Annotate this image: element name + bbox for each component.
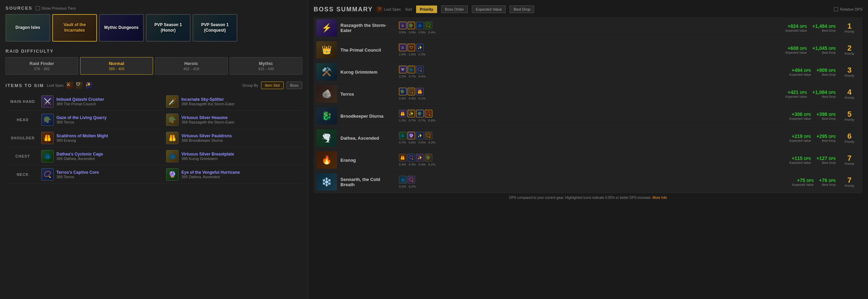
boss-row-raszageth[interactable]: ⚡ Raszageth the Storm-Eater ⚔ 🪖 🧥 📿 3.5%… (314, 17, 862, 39)
boss-pcts-dathea: 0.7% 0.6% 0.5% 0.3% (399, 141, 440, 144)
boss-name-terros: Terros (340, 92, 395, 97)
group-by-item-slot[interactable]: Item Slot (261, 82, 283, 89)
item-icon-2-0: 🦺 (41, 132, 54, 144)
loot-spec-badge-label: Loot Spec (384, 7, 401, 11)
item-icon-1-0: 🪖 (41, 114, 54, 126)
sort-boss-order[interactable]: Boss Order (441, 6, 468, 13)
sort-expected-value[interactable]: Expected Value (472, 6, 506, 13)
boss-row-kurog[interactable]: ⚒️ Kurog Grimtotem ⚒ 🧥 📿 2.2% 0.7% 0.6% … (314, 61, 862, 83)
boss-icon-row-3: 🪖 📿 🦺 (399, 88, 440, 95)
slot-label-neck: NECK (6, 165, 40, 184)
boss-row-primal-council[interactable]: 👑 The Primal Council ⚔ 🛡 ✨ 2.5% 1.6% 0.3… (314, 39, 862, 61)
item-cell-2-0: 🦺 Scaldrons of Molten Might 389 Eranog (40, 129, 165, 147)
boss-item-icon-6-2: ✨ (416, 154, 424, 161)
item-cell-4-1: 🔮 Eye of the Vengeful Hurricane 395 Dath… (165, 165, 302, 184)
group-by-label: Group By (242, 83, 258, 87)
spec-icon-3: ✨ (86, 82, 93, 89)
diff-normal[interactable]: Normal 389 - 405 (80, 57, 153, 75)
boss-list: ⚡ Raszageth the Storm-Eater ⚔ 🪖 🧥 📿 3.5%… (314, 17, 862, 193)
boss-item-icon-2-1: 🧥 (408, 66, 415, 73)
best-drop-block-kurog: +909 DPS Best Drop (816, 67, 836, 76)
items-header: ITEMS TO SIM Loot Spec ⚔ 🛡 ✨ Group By It… (6, 82, 302, 89)
boss-item-icon-2-2: 📿 (416, 66, 424, 73)
show-prev-label[interactable]: Show Previous Tiers (36, 6, 76, 10)
boss-priority-broodkeeper: 5 Priority (839, 110, 860, 121)
source-tile-label-pvp-conquest: PVP Season 1 (Conquest) (193, 21, 237, 34)
item-cell-3-1: 🧥 Virtuous Silver Breastplate 398 Kurog … (165, 147, 302, 165)
source-tile-label-dragon-isles: Dragon Isles (14, 24, 42, 32)
boss-item-icon-1-1: 🛡 (408, 44, 415, 51)
source-tile-pvp-honor[interactable]: PVP Season 1 (Honor) (146, 14, 191, 42)
boss-name-primal-council: The Primal Council (340, 47, 395, 53)
boss-name-raszageth: Raszageth the Storm-Eater (340, 23, 395, 33)
relative-dps-checkbox[interactable] (834, 7, 838, 11)
boss-pcts-raszageth: 3.5% 3.0% 0.9% 0.4% (399, 31, 440, 34)
item-info-2-0: Scaldrons of Molten Might 389 Eranog (56, 134, 108, 142)
boss-portrait-primal-council: 👑 (316, 41, 337, 58)
boss-row-eranog[interactable]: 🔥 Eranog 🦺 📿 ✨ 🪖 0.3% 0.3% 0.3% 0.2% (314, 149, 862, 171)
boss-item-icon-3-0: 🪖 (399, 88, 406, 95)
boss-priority-kurog: 3 Priority (839, 66, 860, 77)
source-tile-mythic[interactable]: Mythic Dungeons (99, 14, 144, 42)
slot-label-shoulder: SHOULDER (6, 129, 40, 147)
boss-priority-sennarth: 7 Priority (839, 177, 860, 188)
source-tile-pvp-conquest[interactable]: PVP Season 1 (Conquest) (193, 14, 237, 42)
more-info-link[interactable]: More Info (652, 196, 667, 200)
diff-mythic[interactable]: Mythic 415 - 430 (230, 57, 302, 75)
dps-section-dathea: +219 DPS Expected Value +295 DPS Best Dr… (444, 134, 836, 142)
diff-heroic[interactable]: Heroic 402 - 418 (155, 57, 228, 75)
dps-section-broodkeeper: +306 DPS Expected Value +398 DPS Best Dr… (444, 111, 836, 120)
best-drop-block-eranog: +127 DPS Best Drop (816, 156, 836, 164)
loot-spec-badge: ⚔ Loot Spec (377, 7, 401, 12)
item-cell-2-1: 🦺 Virtuous Silver Pauldrons 398 Broodkee… (165, 129, 302, 147)
dps-section-kurog: +494 DPS Expected Value +909 DPS Best Dr… (444, 67, 836, 76)
boss-row-broodkeeper[interactable]: 🐉 Broodkeeper Diurna 🦺 ✨ 🪖 📿 1.0% 0.7% 0… (314, 105, 862, 127)
best-drop-block-sennarth: +76 DPS Best Drop (819, 178, 836, 186)
boss-row-sennarth[interactable]: ❄️ Sennarth, the Cold Breath 🧥 📿 0.2% 0.… (314, 171, 862, 193)
show-prev-checkbox[interactable] (36, 6, 40, 10)
sort-best-drop[interactable]: Best Drop (510, 6, 534, 13)
boss-item-icon-5-2: ✨ (416, 132, 424, 139)
boss-item-icon-0-3: 📿 (425, 22, 432, 29)
item-icon-2-1: 🦺 (166, 132, 178, 144)
dps-section-primal-council: +608 DPS Expected Value +1,045 DPS Best … (444, 45, 836, 54)
expected-value-block-dathea: +219 DPS Expected Value (790, 134, 811, 142)
expected-value-block-eranog: +115 DPS Expected Value (790, 156, 811, 164)
boss-item-icon-4-3: 📿 (425, 110, 432, 117)
table-row: NECK 📿 Terros's Captive Core 389 Terros (6, 165, 302, 184)
item-cell-1-1: 🪖 Virtuous Silver Heaume 398 Raszageth t… (165, 111, 302, 129)
boss-name-broodkeeper: Broodkeeper Diurna (340, 114, 395, 119)
boss-icon-row-6: 🦺 📿 ✨ 🪖 (399, 154, 440, 161)
boss-portrait-terros: 🪨 (316, 85, 337, 103)
boss-row-terros[interactable]: 🪨 Terros 🪖 📿 🦺 2.6% 0.3% 0.1% +421 DPS E… (314, 83, 862, 105)
sources-section: SOURCES Show Previous Tiers (6, 6, 302, 11)
boss-icon-row-0: ⚔ 🪖 🧥 📿 (399, 22, 440, 29)
group-by-row: Group By Item Slot Boss (242, 82, 302, 89)
boss-icon-row-5: 🧥 🔮 ✨ 📿 (399, 132, 440, 139)
best-drop-block-broodkeeper: +398 DPS Best Drop (816, 111, 836, 120)
boss-icons-eranog: 🦺 📿 ✨ 🪖 0.3% 0.3% 0.3% 0.2% (399, 154, 440, 166)
boss-pcts-terros: 2.6% 0.3% 0.1% (399, 97, 440, 100)
boss-portrait-raszageth: ⚡ (316, 19, 337, 36)
loot-spec-label: Loot Spec (47, 83, 64, 87)
boss-item-icon-4-2: 🪖 (416, 110, 424, 117)
boss-icon-row-7: 🧥 📿 (399, 176, 440, 183)
boss-item-icon-1-0: ⚔ (399, 44, 406, 51)
sort-priority[interactable]: Priority (416, 6, 437, 13)
diff-raid-finder[interactable]: Raid Finder 376 - 392 (6, 57, 78, 75)
source-tile-dragon-isles[interactable]: Dragon Isles (6, 14, 50, 42)
expected-value-block-broodkeeper: +306 DPS Expected Value (790, 111, 811, 120)
best-drop-block-terros: +1,084 DPS Best Drop (812, 89, 836, 98)
relative-dps-toggle[interactable]: Relative DPS (834, 7, 862, 11)
source-tile-vault[interactable]: Vault of the Incarnates (52, 14, 97, 42)
boss-row-dathea[interactable]: 🌪️ Dathea, Ascended 🧥 🔮 ✨ 📿 0.7% 0.6% 0.… (314, 127, 862, 149)
group-by-boss[interactable]: Boss (286, 82, 302, 89)
item-info-4-1: Eye of the Vengeful Hurricane 395 Dathea… (181, 170, 240, 179)
boss-portrait-broodkeeper: 🐉 (316, 107, 337, 125)
raid-difficulty-title: RAID DIFFICULTY (6, 49, 302, 54)
dps-section-raszageth: +824 DPS Expected Value +1,484 DPS Best … (444, 23, 836, 32)
items-section: ITEMS TO SIM Loot Spec ⚔ 🛡 ✨ Group By It… (6, 82, 302, 184)
boss-icons-kurog: ⚒ 🧥 📿 2.2% 0.7% 0.6% (399, 66, 440, 78)
boss-item-icon-2-0: ⚒ (399, 66, 406, 73)
raid-difficulty-section: RAID DIFFICULTY Raid Finder 376 - 392 No… (6, 49, 302, 75)
